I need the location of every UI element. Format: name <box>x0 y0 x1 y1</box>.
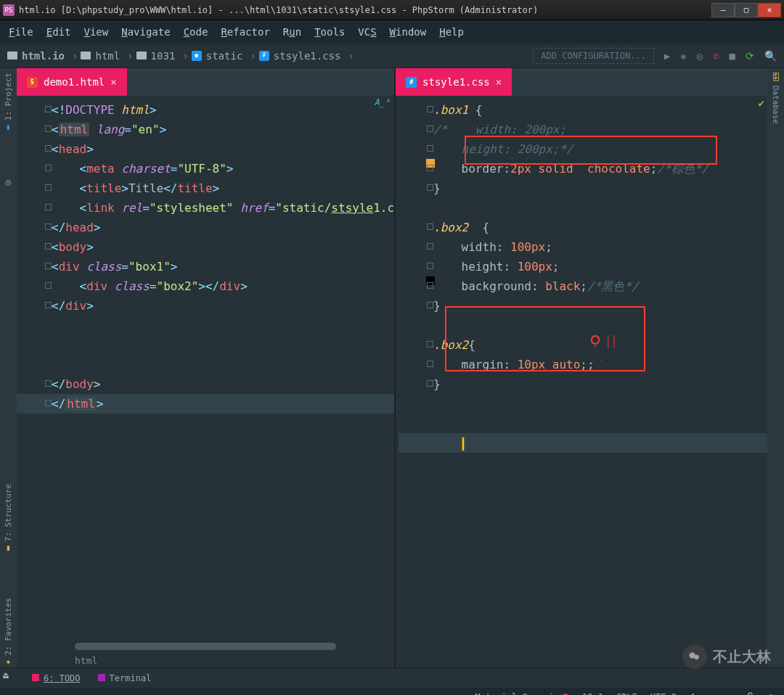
editor-pane-left: 5 demo1.html × <!DOCTYPE html><html lang… <box>17 68 396 667</box>
code-editor-right[interactable]: .box1 {/* width: 200px; height: 200px;*/… <box>396 96 767 667</box>
run-icon[interactable]: ▶ <box>664 50 670 62</box>
run-config-button[interactable]: ADD CONFIGURATION... <box>533 48 654 64</box>
bottom-tool-bar: 6: TODO Terminal <box>0 667 784 688</box>
html-file-icon: 5 <box>27 77 38 88</box>
folder-icon <box>7 52 17 59</box>
todo-tool-button[interactable]: 6: TODO <box>32 673 81 683</box>
menu-edit[interactable]: Edit <box>46 26 71 38</box>
menu-file[interactable]: File <box>9 26 33 38</box>
window-titlebar: PS html.io [D:\phpstudy_pro\WWW\html.io]… <box>0 0 784 20</box>
right-tool-strip: 🗄 Database <box>767 68 784 667</box>
menu-tools[interactable]: Tools <box>314 26 345 38</box>
editor-pane-right: # stsyle1.css × .box1 {/* width: 200px; … <box>396 68 767 667</box>
editor-breadcrumb[interactable]: html <box>75 655 97 666</box>
watermark: 不止大林 <box>682 644 771 669</box>
folder-icon <box>136 52 147 59</box>
css-file-icon: # <box>259 51 269 61</box>
inspection-ok-icon: ✔ <box>759 97 764 109</box>
folder-icon <box>81 52 91 59</box>
maximize-button[interactable]: ▢ <box>735 3 758 17</box>
close-window-button[interactable]: ✕ <box>758 3 781 17</box>
folder-icon: ● <box>192 51 202 61</box>
breadcrumb-item[interactable]: 1031 <box>136 50 176 62</box>
search-icon[interactable]: 🔍 <box>764 50 777 62</box>
menu-view[interactable]: View <box>83 26 108 38</box>
annotation-scribble: Ọ | |、、 <box>590 332 616 363</box>
readonly-lock-icon[interactable]: 🔓 <box>745 692 756 695</box>
tool-window-toggle-icon[interactable]: ⏏ <box>3 670 9 680</box>
svg-point-1 <box>694 655 699 660</box>
indent-setting[interactable]: 4 spaces <box>690 692 732 695</box>
terminal-tool-button[interactable]: Terminal <box>98 673 152 683</box>
favorites-tool-button[interactable]: 2: Favorites <box>4 598 13 667</box>
breadcrumb-item[interactable]: html <box>81 50 120 62</box>
menu-code[interactable]: Code <box>184 26 208 38</box>
breadcrumb-item[interactable]: ●static <box>192 50 243 62</box>
tab-label: stsyle1.css <box>422 76 490 88</box>
theme-indicator[interactable]: Material Oceanic <box>475 692 569 695</box>
breadcrumb-file[interactable]: #stsyle1.css <box>259 50 341 62</box>
menu-navigate[interactable]: Navigate <box>121 26 170 38</box>
menu-help[interactable]: Help <box>439 26 464 38</box>
wechat-icon <box>682 644 707 669</box>
minimize-button[interactable]: — <box>711 3 735 17</box>
left-tool-strip: ▮1: Project ◎ ▮7: Structure 2: Favorites <box>0 68 17 667</box>
menu-vcs[interactable]: VCS <box>358 26 376 38</box>
structure-tool-button[interactable]: ▮7: Structure <box>4 484 13 554</box>
close-tab-icon[interactable]: × <box>110 76 116 88</box>
database-icon: 🗄 <box>772 73 780 83</box>
coverage-icon[interactable]: ◎ <box>697 50 703 62</box>
cursor-position[interactable]: 18:1 <box>582 692 603 695</box>
hector-icon[interactable]: ☺ <box>769 692 774 695</box>
code-editor-left[interactable]: <!DOCTYPE html><html lang="en"><head> <m… <box>17 96 394 667</box>
update-icon[interactable]: ⟳ <box>746 50 754 62</box>
stop-icon[interactable]: ■ <box>730 50 735 62</box>
annotation-box <box>465 136 717 165</box>
horizontal-scrollbar[interactable] <box>75 643 336 650</box>
project-tool-button[interactable]: ▮1: Project <box>4 73 13 133</box>
editor-tab-stsyle1[interactable]: # stsyle1.css × <box>396 68 512 96</box>
navigation-bar: html.io› html› 1031› ●static› #stsyle1.c… <box>0 44 784 68</box>
file-encoding[interactable]: UTF-8 <box>650 692 677 695</box>
database-tool-button[interactable]: Database <box>771 86 780 124</box>
tab-label: demo1.html <box>44 76 105 88</box>
line-separator[interactable]: CRLF <box>616 692 637 695</box>
status-bar: Material Oceanic 18:1 CRLF UTF-8 4 space… <box>0 688 784 695</box>
debug-icon[interactable]: ❋ <box>680 50 686 62</box>
close-tab-icon[interactable]: × <box>496 76 502 88</box>
font-hint-icon: A̲ᴬ <box>374 97 390 107</box>
window-title: html.io [D:\phpstudy_pro\WWW\html.io] - … <box>19 5 538 15</box>
main-menu: File Edit View Navigate Code Refactor Ru… <box>0 20 784 44</box>
app-icon: PS <box>3 4 15 16</box>
menu-window[interactable]: Window <box>390 26 427 38</box>
breadcrumb-root[interactable]: html.io <box>7 50 65 62</box>
phone-icon[interactable]: ✆ <box>713 50 719 62</box>
menu-refactor[interactable]: Refactor <box>221 26 269 38</box>
css-file-icon: # <box>406 77 417 88</box>
target-icon[interactable]: ◎ <box>6 176 12 187</box>
menu-run[interactable]: Run <box>283 26 301 38</box>
editor-tab-demo1[interactable]: 5 demo1.html × <box>17 68 127 96</box>
